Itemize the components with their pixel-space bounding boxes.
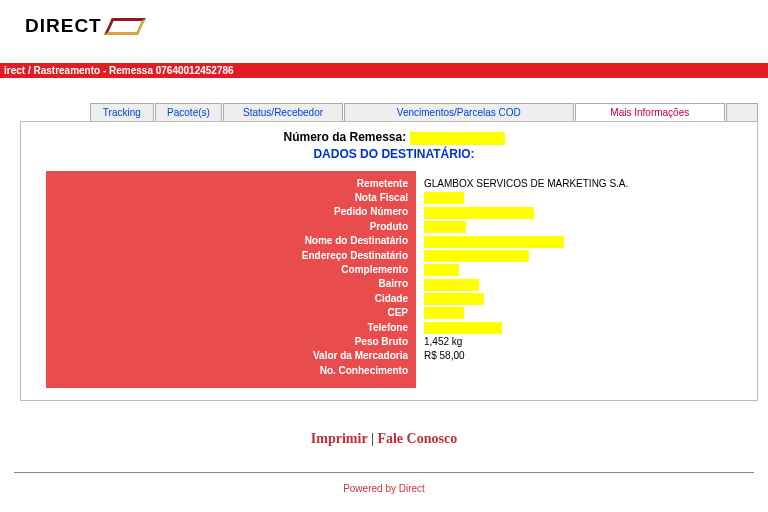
page-body: Tracking Pacote(s) Status/Recebedor Venc… xyxy=(0,78,768,504)
label-telefone: Telefone xyxy=(46,321,408,335)
label-valor: Valor da Mercadoria xyxy=(46,349,408,363)
label-pedido: Pedido Número xyxy=(46,205,408,219)
label-endereco: Endereço Destinatário xyxy=(46,249,408,263)
labels-column: Remetente Nota Fiscal Pedido Número Prod… xyxy=(46,171,416,388)
redacted-icon xyxy=(424,236,564,248)
redacted-icon xyxy=(424,192,464,204)
redacted-icon xyxy=(424,279,479,291)
contact-link[interactable]: Fale Conosco xyxy=(377,431,457,446)
header: DIRECT xyxy=(0,0,768,63)
divider xyxy=(14,472,754,473)
value-produto xyxy=(424,220,742,234)
tab-tracking[interactable]: Tracking xyxy=(90,103,154,121)
value-nome xyxy=(424,234,742,248)
label-cep: CEP xyxy=(46,306,408,320)
tab-extra[interactable] xyxy=(726,103,758,121)
subtitle: DADOS DO DESTINATÁRIO: xyxy=(46,147,742,161)
label-complemento: Complemento xyxy=(46,263,408,277)
value-telefone xyxy=(424,321,742,335)
values-column: GLAMBOX SERVICOS DE MARKETING S.A. 1,452… xyxy=(416,171,742,388)
redacted-icon xyxy=(424,322,502,334)
powered-by: Powered by Direct xyxy=(10,483,758,494)
title-label: Número da Remessa: xyxy=(283,130,409,144)
tab-mais-informacoes[interactable]: Mais Informações xyxy=(575,103,725,121)
tab-vencimentos[interactable]: Vencimentos/Parcelas COD xyxy=(344,103,574,121)
value-remetente: GLAMBOX SERVICOS DE MARKETING S.A. xyxy=(424,177,742,191)
label-nome: Nome do Destinatário xyxy=(46,234,408,248)
logo-text: DIRECT xyxy=(25,15,102,37)
label-conhecimento: No. Conhecimento xyxy=(46,364,408,378)
redacted-icon xyxy=(424,264,459,276)
data-block: Remetente Nota Fiscal Pedido Número Prod… xyxy=(46,171,742,388)
label-remetente: Remetente xyxy=(46,177,408,191)
tab-bar: Tracking Pacote(s) Status/Recebedor Venc… xyxy=(90,103,758,121)
footer-links: Imprimir | Fale Conosco xyxy=(10,431,758,447)
value-pedido xyxy=(424,205,742,219)
value-complemento xyxy=(424,263,742,277)
tab-status[interactable]: Status/Recebedor xyxy=(223,103,343,121)
value-peso: 1,452 kg xyxy=(424,335,742,349)
tab-pacotes[interactable]: Pacote(s) xyxy=(155,103,223,121)
value-cidade xyxy=(424,292,742,306)
label-bairro: Bairro xyxy=(46,277,408,291)
title-row: Número da Remessa: xyxy=(46,130,742,145)
label-nota: Nota Fiscal xyxy=(46,191,408,205)
value-bairro xyxy=(424,277,742,291)
redacted-icon xyxy=(424,307,464,319)
title-value-redacted xyxy=(410,132,505,145)
content-card: Número da Remessa: DADOS DO DESTINATÁRIO… xyxy=(20,121,758,401)
redacted-icon xyxy=(424,221,466,233)
label-cidade: Cidade xyxy=(46,292,408,306)
logo: DIRECT xyxy=(25,15,768,37)
value-conhecimento xyxy=(424,364,742,378)
value-endereco xyxy=(424,249,742,263)
print-link[interactable]: Imprimir xyxy=(311,431,368,446)
label-produto: Produto xyxy=(46,220,408,234)
logo-icon xyxy=(104,18,146,35)
redacted-icon xyxy=(424,250,529,262)
value-cep xyxy=(424,306,742,320)
breadcrumb: irect / Rastreamento - Remessa 076400124… xyxy=(0,63,768,78)
redacted-icon xyxy=(424,207,534,219)
redacted-icon xyxy=(424,293,484,305)
value-valor: R$ 58,00 xyxy=(424,349,742,363)
label-peso: Peso Bruto xyxy=(46,335,408,349)
value-nota xyxy=(424,191,742,205)
